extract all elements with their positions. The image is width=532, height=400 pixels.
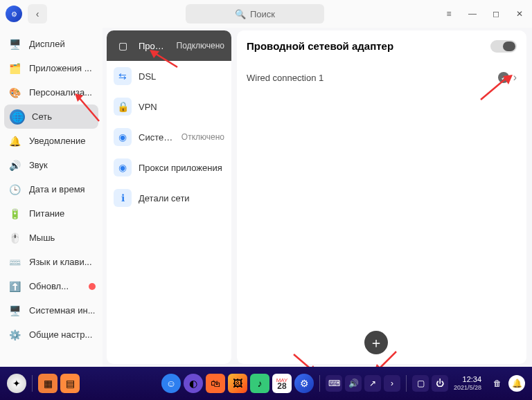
titlebar: ⚙ ‹ 🔍 Поиск ≡ — ◻ ✕ xyxy=(0,0,532,28)
search-input[interactable]: 🔍 Поиск xyxy=(186,4,324,24)
mid-item-sysproxy[interactable]: ◉Систе…Отключено xyxy=(107,122,231,152)
mid-item-appproxy[interactable]: ◉Прокси приложения xyxy=(107,152,231,183)
maximize-button[interactable]: ◻ xyxy=(489,7,503,21)
task-browser2-icon[interactable]: ◐ xyxy=(184,374,203,393)
sidebar-icon: 🌐 xyxy=(10,109,25,125)
sidebar-item-1[interactable]: 🗂️Приложения ... xyxy=(0,56,103,80)
check-icon: ✓ xyxy=(498,72,509,83)
task-files-icon[interactable]: ▤ xyxy=(60,374,80,393)
task-browser-icon[interactable]: ☺ xyxy=(161,374,181,393)
mid-icon: ▢ xyxy=(114,37,132,55)
sidebar-icon: 🔋 xyxy=(7,206,22,221)
mid-icon: ⇆ xyxy=(114,67,132,85)
detail-title: Проводной сетевой адаптер xyxy=(247,40,517,52)
sidebar-icon: 🎨 xyxy=(7,85,22,100)
taskbar: ✦ ▦ ▤ ☺ ◐ 🛍 🖼 ♪ MAY28 ⚙ ⌨ 🔊 ↗ › ▢ ⏻ 12:3… xyxy=(0,367,532,400)
sidebar-icon: 🗂️ xyxy=(7,61,22,76)
task-music-icon[interactable]: ♪ xyxy=(250,374,269,393)
task-photos-icon[interactable]: 🖼 xyxy=(228,374,247,393)
mid-item-netdetails[interactable]: ℹДетали сети xyxy=(107,183,231,213)
sidebar-label: Питание xyxy=(29,208,64,219)
mid-status: Отключено xyxy=(181,132,224,142)
task-calendar-icon[interactable]: MAY28 xyxy=(272,374,292,393)
sidebar-label: Мышь xyxy=(29,233,55,243)
mid-icon: ℹ xyxy=(114,189,132,207)
mid-icon: ◉ xyxy=(114,158,132,176)
sidebar-label: Звук xyxy=(29,160,48,170)
sidebar-icon: 🖱️ xyxy=(7,230,22,246)
connection-name: Wired connection 1 xyxy=(247,73,323,83)
search-icon: 🔍 xyxy=(235,9,246,19)
sidebar-item-9[interactable]: ⌨️Язык и клави... xyxy=(0,250,103,274)
taskbar-clock[interactable]: 12:34 2021/5/28 xyxy=(454,375,481,392)
tray-power-icon[interactable]: ⏻ xyxy=(432,375,448,392)
sidebar: 🖥️Дисплей🗂️Приложения ...🎨Персонализа...… xyxy=(0,28,103,367)
adapter-toggle[interactable] xyxy=(490,40,517,53)
task-workspace-icon[interactable]: ▦ xyxy=(38,374,57,393)
sidebar-item-3[interactable]: 🌐Сеть xyxy=(4,104,98,129)
mid-icon: 🔒 xyxy=(114,98,132,116)
update-badge xyxy=(89,283,96,290)
tray-volume-icon[interactable]: 🔊 xyxy=(345,375,362,392)
sidebar-icon: ⬆️ xyxy=(7,279,22,294)
mid-label: VPN xyxy=(139,102,157,112)
mid-item-wired[interactable]: ▢Про…Подключено xyxy=(107,30,231,61)
tray-display-icon[interactable]: ▢ xyxy=(412,375,429,392)
sidebar-label: Обновл... xyxy=(29,281,69,291)
sidebar-label: Сеть xyxy=(32,111,52,122)
sidebar-item-11[interactable]: 🖥️Системная ин... xyxy=(0,298,103,322)
sidebar-icon: ⌨️ xyxy=(7,255,22,270)
mid-item-vpn[interactable]: 🔒VPN xyxy=(107,91,231,122)
mid-label: Про… xyxy=(139,41,164,51)
connection-row[interactable]: Wired connection 1 ✓ › xyxy=(247,66,517,89)
tray-notify-icon[interactable]: 🔔 xyxy=(508,375,525,392)
sidebar-item-7[interactable]: 🔋Питание xyxy=(0,201,103,226)
sidebar-label: Приложения ... xyxy=(29,63,92,73)
sidebar-label: Дата и время xyxy=(29,184,85,194)
sidebar-item-8[interactable]: 🖱️Мышь xyxy=(0,226,103,250)
launcher-icon[interactable]: ✦ xyxy=(7,374,26,393)
sidebar-icon: 🕒 xyxy=(7,182,22,197)
mid-status: Подключено xyxy=(177,41,224,51)
sidebar-label: Язык и клави... xyxy=(29,257,92,267)
sidebar-item-0[interactable]: 🖥️Дисплей xyxy=(0,32,103,56)
app-logo-icon: ⚙ xyxy=(6,6,22,22)
back-button[interactable]: ‹ xyxy=(28,4,47,24)
add-connection-button[interactable]: ＋ xyxy=(364,331,388,354)
sidebar-icon: 🔊 xyxy=(7,158,22,173)
sidebar-item-12[interactable]: ⚙️Общие настр... xyxy=(0,322,103,347)
search-placeholder: Поиск xyxy=(250,9,275,19)
sidebar-label: Дисплей xyxy=(29,39,65,49)
mid-label: DSL xyxy=(139,71,156,82)
menu-button[interactable]: ≡ xyxy=(442,7,456,21)
mid-item-dsl[interactable]: ⇆DSL xyxy=(107,61,231,91)
minimize-button[interactable]: — xyxy=(466,7,479,21)
sidebar-icon: 🔔 xyxy=(7,134,22,149)
mid-label: Прокси приложения xyxy=(139,163,222,173)
sidebar-icon: ⚙️ xyxy=(7,327,22,343)
sidebar-label: Персонализа... xyxy=(29,87,92,98)
chevron-right-icon: › xyxy=(513,71,517,84)
tray-trash-icon[interactable]: 🗑 xyxy=(489,375,506,392)
close-button[interactable]: ✕ xyxy=(513,7,526,21)
tray-keyboard-icon[interactable]: ⌨ xyxy=(326,375,342,392)
mid-icon: ◉ xyxy=(114,128,132,146)
sidebar-icon: 🖥️ xyxy=(7,303,22,318)
network-category-list: ▢Про…Подключено⇆DSL🔒VPN◉Систе…Отключено◉… xyxy=(107,30,231,364)
sidebar-icon: 🖥️ xyxy=(7,37,22,52)
task-store-icon[interactable]: 🛍 xyxy=(206,374,225,393)
sidebar-item-2[interactable]: 🎨Персонализа... xyxy=(0,80,103,104)
sidebar-label: Системная ин... xyxy=(29,305,95,316)
tray-network-icon[interactable]: ↗ xyxy=(364,375,381,392)
sidebar-item-5[interactable]: 🔊Звук xyxy=(0,153,103,177)
sidebar-item-4[interactable]: 🔔Уведомление xyxy=(0,129,103,153)
sidebar-item-10[interactable]: ⬆️Обновл... xyxy=(0,274,103,298)
mid-label: Систе… xyxy=(139,132,172,143)
tray-more-icon[interactable]: › xyxy=(384,375,400,392)
detail-pane: Проводной сетевой адаптер Wired connecti… xyxy=(237,30,526,364)
sidebar-item-6[interactable]: 🕒Дата и время xyxy=(0,177,103,201)
task-settings-icon[interactable]: ⚙ xyxy=(294,374,314,393)
sidebar-label: Уведомление xyxy=(29,136,85,146)
mid-label: Детали сети xyxy=(139,193,190,203)
sidebar-label: Общие настр... xyxy=(29,329,92,340)
